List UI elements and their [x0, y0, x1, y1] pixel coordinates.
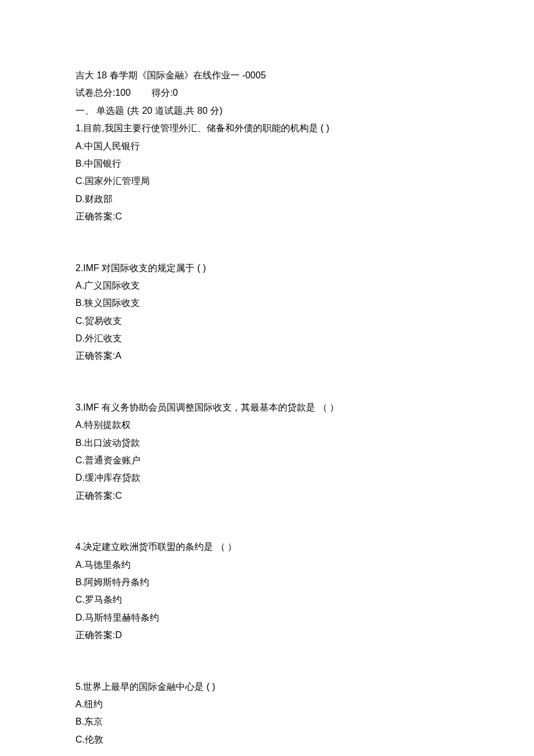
option-b: B.中国银行 [75, 155, 459, 172]
question-stem: 5.世界上最早的国际金融中心是 ( ) [75, 678, 459, 696]
option-d: D.缓冲库存贷款 [75, 469, 459, 487]
score-line: 试卷总分:100得分:0 [75, 84, 459, 102]
question-4: 4.决定建立欧洲货币联盟的条约是 （ ） A.马德里条约 B.阿姆斯特丹条约 C… [75, 538, 459, 644]
option-c: C.国家外汇管理局 [75, 172, 459, 190]
question-text: 目前,我国主要行使管理外汇、储备和外债的职能的机构是 ( ) [83, 123, 329, 133]
option-a: A.广义国际收支 [75, 277, 459, 294]
answer-label: 正确答案: [75, 491, 115, 501]
question-text: IMF 对国际收支的规定属于 ( ) [83, 263, 206, 273]
question-number: 2. [75, 263, 83, 273]
option-b: B.出口波动贷款 [75, 434, 459, 452]
option-d: D.外汇收支 [75, 330, 459, 347]
question-text: 世界上最早的国际金融中心是 ( ) [83, 682, 215, 692]
question-number: 1. [75, 123, 83, 133]
section-title: 一、 单选题 (共 20 道试题,共 80 分) [75, 102, 459, 120]
option-a: A.中国人民银行 [75, 138, 459, 155]
option-b: B.阿姆斯特丹条约 [75, 574, 459, 591]
answer-line: 正确答案:C [75, 487, 459, 505]
answer-line: 正确答案:C [75, 208, 459, 225]
answer-label: 正确答案: [75, 630, 115, 640]
question-stem: 4.决定建立欧洲货币联盟的条约是 （ ） [75, 538, 459, 556]
obtained-score-value: 0 [173, 88, 178, 98]
total-score-label: 试卷总分: [75, 88, 115, 98]
option-b: B.狭义国际收支 [75, 294, 459, 312]
question-5: 5.世界上最早的国际金融中心是 ( ) A.纽约 B.东京 C.伦敦 [75, 678, 459, 749]
total-score-value: 100 [115, 88, 131, 98]
option-c: C.普通资金账户 [75, 452, 459, 469]
option-b: B.东京 [75, 713, 459, 730]
option-c: C.伦敦 [75, 731, 459, 748]
question-text: IMF 有义务协助会员国调整国际收支，其最基本的贷款是 （ ） [83, 402, 339, 412]
option-d: D.马斯特里赫特条约 [75, 609, 459, 627]
question-number: 4. [75, 542, 83, 552]
answer-line: 正确答案:D [75, 627, 459, 644]
question-text: 决定建立欧洲货币联盟的条约是 （ ） [83, 542, 237, 552]
answer-value: C [115, 491, 122, 501]
obtained-score-label: 得分: [151, 88, 172, 98]
question-2: 2.IMF 对国际收支的规定属于 ( ) A.广义国际收支 B.狭义国际收支 C… [75, 260, 459, 365]
option-c: C.罗马条约 [75, 591, 459, 609]
answer-value: A [115, 351, 121, 361]
option-a: A.特别提款权 [75, 416, 459, 434]
question-stem: 1.目前,我国主要行使管理外汇、储备和外债的职能的机构是 ( ) [75, 120, 459, 137]
answer-value: D [115, 630, 122, 640]
option-a: A.纽约 [75, 696, 459, 713]
question-stem: 2.IMF 对国际收支的规定属于 ( ) [75, 260, 459, 277]
question-number: 3. [75, 402, 83, 412]
question-stem: 3.IMF 有义务协助会员国调整国际收支，其最基本的贷款是 （ ） [75, 399, 459, 416]
answer-line: 正确答案:A [75, 347, 459, 365]
answer-label: 正确答案: [75, 211, 115, 221]
exam-title: 吉大 18 春学期《国际金融》在线作业一 -0005 [75, 67, 459, 84]
answer-value: C [115, 211, 122, 221]
exam-header: 吉大 18 春学期《国际金融》在线作业一 -0005 试卷总分:100得分:0 … [75, 67, 459, 120]
option-c: C.贸易收支 [75, 312, 459, 330]
question-3: 3.IMF 有义务协助会员国调整国际收支，其最基本的贷款是 （ ） A.特别提款… [75, 399, 459, 505]
question-1: 1.目前,我国主要行使管理外汇、储备和外债的职能的机构是 ( ) A.中国人民银… [75, 120, 459, 225]
option-d: D.财政部 [75, 190, 459, 208]
option-a: A.马德里条约 [75, 556, 459, 574]
question-number: 5. [75, 682, 83, 692]
answer-label: 正确答案: [75, 351, 115, 361]
